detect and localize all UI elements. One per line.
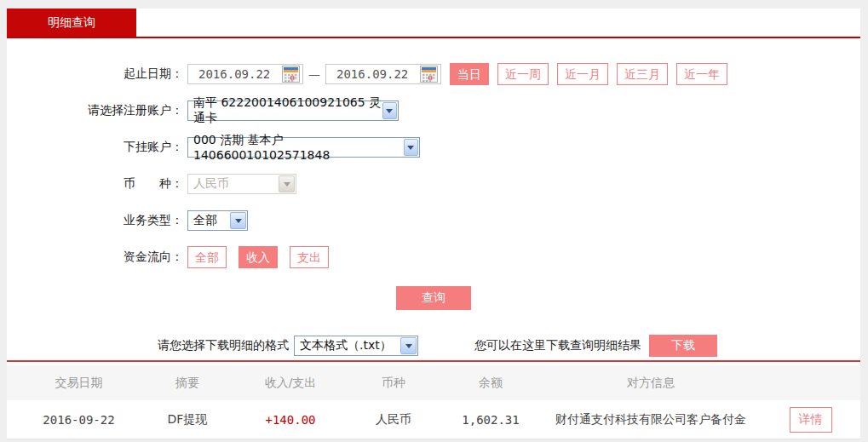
business-type-value: 全部 xyxy=(193,213,217,228)
cell-amount: +140.00 xyxy=(234,413,347,427)
select-arrow-button[interactable] xyxy=(404,139,419,156)
start-date-value: 2016.09.22 xyxy=(198,67,270,81)
header-trade-date: 交易日期 xyxy=(17,376,141,391)
cell-currency: 人民币 xyxy=(347,412,440,428)
quick-range-week-button[interactable]: 近一周 xyxy=(497,63,549,86)
start-date-input[interactable]: 2016.09.22 xyxy=(187,64,303,84)
chevron-down-icon xyxy=(235,219,242,223)
select-arrow-button[interactable] xyxy=(400,337,417,354)
header-balance: 余额 xyxy=(440,376,541,391)
quick-range-today-button[interactable]: 当日 xyxy=(450,63,489,86)
chevron-down-icon xyxy=(405,344,412,348)
query-button[interactable]: 查询 xyxy=(396,286,471,310)
sub-account-select[interactable]: 000 活期 基本户 140660010102571848 xyxy=(187,137,420,158)
date-range-controls: 2016.09.22 xyxy=(187,63,727,86)
currency-controls: 人民币 xyxy=(187,174,296,194)
business-type-controls: 全部 xyxy=(187,210,248,231)
quick-range-3months-button[interactable]: 近三月 xyxy=(617,63,668,86)
sub-account-value: 000 活期 基本户 140660010102571848 xyxy=(193,133,404,162)
registered-account-label: 请选择注册账户： xyxy=(7,103,183,118)
download-hint: 您可以在这里下载查询明细结果 xyxy=(474,338,641,353)
fund-flow-controls: 全部 收入 支出 xyxy=(187,246,341,269)
chevron-down-icon xyxy=(386,109,393,113)
end-date-value: 2016.09.22 xyxy=(336,67,408,81)
cell-balance: 1,602.31 xyxy=(440,413,541,427)
quick-range-year-button[interactable]: 近一年 xyxy=(676,63,727,86)
date-range-label: 起止日期： xyxy=(7,66,183,82)
business-type-select[interactable]: 全部 xyxy=(187,210,248,231)
calendar-icon[interactable] xyxy=(282,66,300,83)
registered-account-row: 请选择注册账户： 南平 6222001406100921065 灵通卡 xyxy=(7,100,860,122)
table-row: 2016-09-22 DF提现 +140.00 人民币 1,602.31 财付通… xyxy=(7,400,860,439)
header-counterparty: 对方信息 xyxy=(541,376,761,391)
fund-flow-row: 资金流向： 全部 收入 支出 xyxy=(7,246,860,268)
query-form: 起止日期： 2016.09.22 xyxy=(7,38,860,357)
business-type-label: 业务类型： xyxy=(7,213,183,228)
chevron-down-icon xyxy=(407,146,414,150)
sub-account-label: 下挂账户： xyxy=(7,140,183,155)
calendar-icon[interactable] xyxy=(420,66,438,83)
tab-label: 明细查询 xyxy=(48,15,95,29)
select-arrow-button[interactable] xyxy=(230,212,246,229)
download-format-label: 请您选择下载明细的格式 xyxy=(158,338,289,353)
header-summary: 摘要 xyxy=(141,376,234,391)
sub-account-row: 下挂账户： 000 活期 基本户 140660010102571848 xyxy=(7,136,860,158)
table-top-divider xyxy=(7,360,860,362)
download-button[interactable]: 下载 xyxy=(649,335,717,357)
currency-label: 币 种： xyxy=(7,176,183,192)
content-panel: 明细查询 起止日期： 2016.09.22 xyxy=(7,9,860,439)
download-format-value: 文本格式（.txt） xyxy=(300,338,392,353)
select-arrow-button[interactable] xyxy=(382,102,397,119)
tab-bar: 明细查询 xyxy=(7,9,860,38)
fund-flow-label: 资金流向： xyxy=(7,250,183,265)
tab-detail-query[interactable]: 明细查询 xyxy=(7,9,136,37)
fund-flow-all-button[interactable]: 全部 xyxy=(187,246,227,269)
currency-select: 人民币 xyxy=(187,174,296,194)
header-currency: 币种 xyxy=(347,376,440,391)
fund-flow-income-button[interactable]: 收入 xyxy=(239,246,278,269)
detail-button[interactable]: 详情 xyxy=(790,407,832,433)
date-range-separator: — xyxy=(308,67,320,81)
download-row: 请您选择下载明细的格式 文本格式（.txt） 您可以在这里下载查询明细结果 下载 xyxy=(7,335,860,357)
currency-row: 币 种： 人民币 xyxy=(7,173,860,195)
page: 明细查询 起止日期： 2016.09.22 xyxy=(0,0,868,439)
currency-value: 人民币 xyxy=(193,176,229,192)
select-arrow-button xyxy=(279,175,295,192)
cell-trade-date: 2016-09-22 xyxy=(17,413,141,427)
registered-account-value: 南平 6222001406100921065 灵通卡 xyxy=(193,95,382,126)
table-header-row: 交易日期 摘要 收入/支出 币种 余额 对方信息 xyxy=(7,365,860,400)
header-income-expense: 收入/支出 xyxy=(234,376,347,391)
cell-counterparty: 财付通支付科技有限公司客户备付金 xyxy=(541,412,761,428)
business-type-row: 业务类型： 全部 xyxy=(7,210,860,232)
fund-flow-expense-button[interactable]: 支出 xyxy=(290,246,329,269)
cell-summary: DF提现 xyxy=(141,412,234,428)
registered-account-select[interactable]: 南平 6222001406100921065 灵通卡 xyxy=(187,100,399,121)
end-date-input[interactable]: 2016.09.22 xyxy=(325,64,441,84)
quick-range-month-button[interactable]: 近一月 xyxy=(557,63,608,86)
download-format-select[interactable]: 文本格式（.txt） xyxy=(294,336,418,356)
registered-account-controls: 南平 6222001406100921065 灵通卡 xyxy=(187,100,399,121)
sub-account-controls: 000 活期 基本户 140660010102571848 xyxy=(187,137,420,158)
chevron-down-icon xyxy=(284,182,290,187)
date-range-row: 起止日期： 2016.09.22 xyxy=(7,63,860,85)
